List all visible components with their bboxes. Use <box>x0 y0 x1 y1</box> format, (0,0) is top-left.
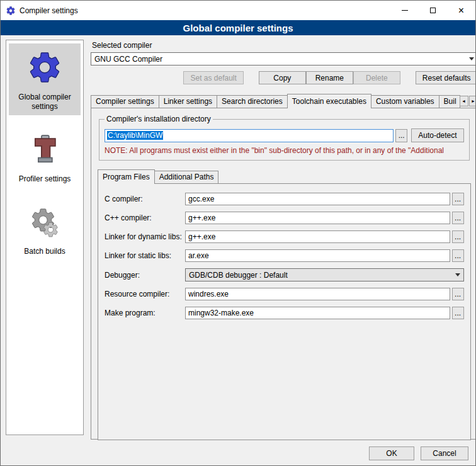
cpp-compiler-browse-button[interactable]: ... <box>452 212 464 224</box>
gear-blue-icon <box>25 47 65 88</box>
close-icon: × <box>458 6 464 16</box>
make-program-label: Make program: <box>105 309 185 317</box>
rename-button[interactable]: Rename <box>306 71 353 84</box>
arrow-left-icon: ◄ <box>462 99 466 103</box>
c-compiler-row: C compiler: ... <box>105 193 464 205</box>
linker-static-label: Linker for static libs: <box>105 251 185 260</box>
resource-compiler-field[interactable] <box>185 288 450 300</box>
debugger-value: GDB/CDB debugger : Default <box>189 271 452 280</box>
set-as-default-button[interactable]: Set as default <box>183 71 243 84</box>
tab-scrollers: ◄ ► <box>460 96 476 106</box>
copy-button[interactable]: Copy <box>259 71 306 84</box>
linker-dynamic-label: Linker for dynamic libs: <box>105 232 185 241</box>
c-compiler-label: C compiler: <box>105 195 185 203</box>
minimize-button[interactable] <box>390 1 419 20</box>
dialog-footer: OK Cancel <box>369 446 468 460</box>
c-compiler-field[interactable] <box>185 193 450 205</box>
debugger-row: Debugger: GDB/CDB debugger : Default <box>105 268 464 281</box>
sidebar-item-batch-builds[interactable]: Batch builds <box>9 198 81 260</box>
sidebar-item-label: Global compiler settings <box>10 93 79 111</box>
linker-static-field[interactable] <box>185 249 450 262</box>
make-program-row: Make program: ... <box>105 307 464 319</box>
cpp-compiler-label: C++ compiler: <box>105 213 185 222</box>
tab-scroll-right-button[interactable]: ► <box>469 96 476 106</box>
titlebar: Compiler settings × <box>1 1 475 20</box>
tab-build-options-truncated[interactable]: Buil <box>439 95 460 108</box>
toolchain-executables-panel: Compiler's installation directory C:\ray… <box>91 108 476 440</box>
selected-compiler-value: GNU GCC Compiler <box>94 55 466 64</box>
auto-detect-button[interactable]: Auto-detect <box>411 128 463 142</box>
app-icon <box>6 6 16 16</box>
tab-custom-variables[interactable]: Custom variables <box>371 95 439 108</box>
settings-tabbar: Compiler settings Linker settings Search… <box>91 94 476 108</box>
chevron-down-icon <box>452 269 463 281</box>
sidebar-item-label: Profiler settings <box>19 174 71 184</box>
sidebar-item-global-compiler-settings[interactable]: Global compiler settings <box>9 43 81 115</box>
tab-toolchain-executables[interactable]: Toolchain executables <box>287 94 371 108</box>
tab-additional-paths[interactable]: Additional Paths <box>154 171 219 183</box>
installation-directory-groupbox: Compiler's installation directory C:\ray… <box>99 115 470 161</box>
arrow-right-icon: ► <box>471 99 475 103</box>
sidebar-item-profiler-settings[interactable]: Profiler settings <box>9 125 81 188</box>
profiler-tool-icon <box>25 129 65 169</box>
linker-dynamic-row: Linker for dynamic libs: ... <box>105 230 464 243</box>
linker-static-browse-button[interactable]: ... <box>452 249 464 262</box>
installation-directory-input[interactable]: C:\raylib\MinGW <box>105 129 394 142</box>
reset-defaults-button[interactable]: Reset defaults <box>416 71 476 84</box>
close-button[interactable]: × <box>447 1 475 20</box>
maximize-icon <box>430 8 436 13</box>
debugger-label: Debugger: <box>105 271 185 280</box>
delete-button[interactable]: Delete <box>353 71 400 84</box>
minimize-icon <box>402 10 408 11</box>
sidebar: Global compiler settings Profiler settin… <box>6 40 84 435</box>
tab-scroll-left-button[interactable]: ◄ <box>460 96 468 106</box>
installation-directory-browse-button[interactable]: ... <box>395 129 407 142</box>
linker-static-row: Linker for static libs: ... <box>105 249 464 262</box>
tab-linker-settings[interactable]: Linker settings <box>159 95 217 108</box>
sidebar-item-label: Batch builds <box>24 247 65 256</box>
gray-gears-icon <box>25 202 65 242</box>
maximize-button[interactable] <box>419 1 447 20</box>
compiler-settings-window: Compiler settings × Global compiler sett… <box>0 0 476 466</box>
resource-compiler-browse-button[interactable]: ... <box>452 288 464 300</box>
chevron-down-icon <box>466 53 476 65</box>
resource-compiler-row: Resource compiler: ... <box>105 288 464 300</box>
compiler-actions: Set as default Copy Rename Delete Reset … <box>91 71 476 84</box>
bin-subdirectory-note: NOTE: All programs must exist either in … <box>105 146 464 155</box>
dialog-content: Global compiler settings Profiler settin… <box>1 35 475 443</box>
cancel-button[interactable]: Cancel <box>421 446 468 460</box>
make-program-browse-button[interactable]: ... <box>452 307 464 319</box>
dialog-header: Global compiler settings <box>1 20 475 35</box>
installation-directory-value: C:\raylib\MinGW <box>107 131 163 140</box>
main-panel: Selected compiler GNU GCC Compiler Set a… <box>91 40 476 443</box>
dialog-header-title: Global compiler settings <box>183 23 293 33</box>
program-files-tabbar: Program Files Additional Paths <box>98 169 471 183</box>
cpp-compiler-field[interactable] <box>185 212 450 224</box>
c-compiler-browse-button[interactable]: ... <box>452 193 464 205</box>
linker-dynamic-browse-button[interactable]: ... <box>452 230 464 243</box>
tab-search-directories[interactable]: Search directories <box>217 95 288 108</box>
tab-compiler-settings[interactable]: Compiler settings <box>91 95 159 108</box>
tab-program-files[interactable]: Program Files <box>98 169 155 184</box>
installation-directory-legend: Compiler's installation directory <box>105 115 213 123</box>
resource-compiler-label: Resource compiler: <box>105 290 185 298</box>
debugger-select[interactable]: GDB/CDB debugger : Default <box>185 268 464 281</box>
cpp-compiler-row: C++ compiler: ... <box>105 212 464 224</box>
ok-button[interactable]: OK <box>369 446 414 460</box>
window-title: Compiler settings <box>20 6 390 15</box>
selected-compiler-dropdown[interactable]: GNU GCC Compiler <box>91 52 476 65</box>
program-files-panel: C compiler: ... C++ compiler: ... Linker… <box>98 183 471 440</box>
make-program-field[interactable] <box>185 307 450 319</box>
window-controls: × <box>390 1 475 20</box>
selected-compiler-label: Selected compiler <box>92 41 476 50</box>
linker-dynamic-field[interactable] <box>185 230 450 243</box>
